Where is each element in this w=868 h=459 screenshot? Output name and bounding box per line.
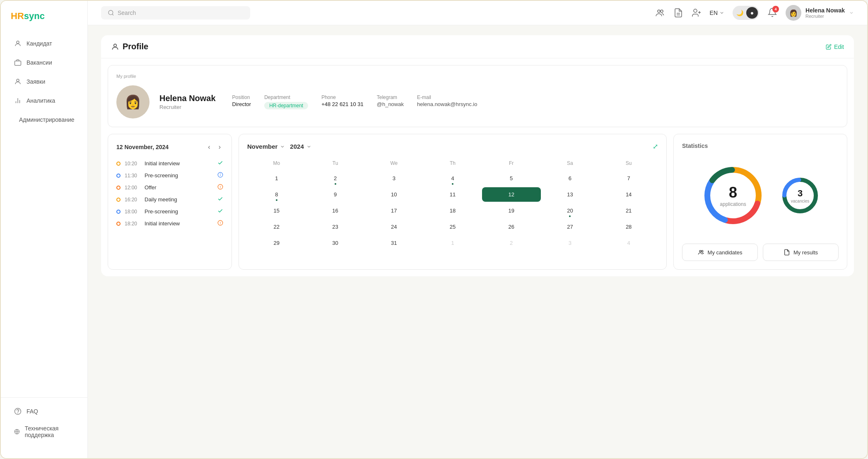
calendar-day[interactable]: 3 [364, 171, 423, 186]
schedule-date-title: 12 November, 2024 [116, 144, 169, 150]
calendar-day[interactable]: 28 [599, 220, 658, 234]
person-add-icon[interactable] [692, 8, 702, 18]
edit-label: Edit [834, 43, 844, 50]
theme-toggle[interactable]: 🌙 ● [733, 6, 759, 20]
my-results-button[interactable]: My results [763, 244, 839, 261]
lang-selector[interactable]: EN [710, 10, 724, 16]
people-icon[interactable] [655, 8, 665, 18]
search-box[interactable]: Search [101, 6, 250, 19]
calendar-day[interactable]: 15 [247, 203, 306, 218]
calendar-day[interactable]: 9 [306, 187, 365, 202]
calendar-day[interactable]: 18 [423, 203, 482, 218]
svg-point-22 [114, 44, 117, 47]
calendar-day[interactable]: 17 [364, 203, 423, 218]
user-info[interactable]: 👩 Helena Nowak Recruiter [786, 5, 854, 21]
lang-text: EN [710, 10, 718, 16]
sidebar-item-requests[interactable]: Заявки [4, 73, 84, 90]
calendar-day[interactable]: 26 [482, 220, 541, 234]
sidebar-item-support[interactable]: Техническая поддержка [4, 420, 84, 443]
schedule-item[interactable]: 16:20Daily meeting [116, 196, 223, 203]
calendar-day[interactable]: 29 [247, 236, 306, 250]
avatar: 👩 [786, 5, 801, 21]
month-selector[interactable]: November [247, 143, 285, 150]
notification-button[interactable]: 4 [767, 7, 777, 19]
calendar-day[interactable]: 4 [599, 236, 658, 250]
calendar-day[interactable]: 20 [541, 203, 600, 218]
calendar-day[interactable]: 22 [247, 220, 306, 234]
calendar-day[interactable]: 21 [599, 203, 658, 218]
calendar-day[interactable]: 3 [541, 236, 600, 250]
sidebar-item-candidates[interactable]: Кандидат [4, 35, 84, 52]
schedule-time: 12:00 [125, 185, 140, 191]
calendar-day[interactable]: 10 [364, 187, 423, 202]
calendar-day[interactable]: 31 [364, 236, 423, 250]
document-icon[interactable] [673, 8, 683, 18]
calendar-day[interactable]: 2 [306, 171, 365, 186]
month-chevron-icon [280, 144, 285, 149]
nav-menu: Кандидат Вакансии Заявки Аналитика [1, 35, 87, 394]
calendar-day[interactable]: 8 [247, 187, 306, 202]
schedule-item[interactable]: 18:20Initial interview [116, 220, 223, 227]
email-label: E-mail [417, 94, 477, 100]
notification-badge: 4 [772, 6, 779, 12]
calendar-day[interactable]: 27 [541, 220, 600, 234]
calendar-day[interactable]: 19 [482, 203, 541, 218]
schedule-status [217, 220, 223, 227]
sidebar-item-analytics[interactable]: Аналитика [4, 92, 84, 109]
logo[interactable]: HRsync [1, 11, 87, 35]
calendar-day[interactable]: 5 [482, 171, 541, 186]
year-selector[interactable]: 2024 [290, 143, 311, 150]
calendar-day[interactable]: 6 [541, 171, 600, 186]
main-area: Search EN 🌙 [88, 1, 867, 458]
calendar-day[interactable]: 2 [482, 236, 541, 250]
applications-count: 8 [720, 184, 746, 201]
calendar-dot [335, 183, 336, 185]
calendar-day[interactable]: 23 [306, 220, 365, 234]
calendar-day[interactable]: 12 [482, 187, 541, 202]
schedule-item[interactable]: 11:30Pre-screening [116, 172, 223, 179]
sidebar-item-faq[interactable]: FAQ [4, 403, 84, 420]
donut-center: 8 applications [720, 184, 746, 207]
telegram-label: Telegram [377, 94, 404, 100]
calendar-weekday: Th [423, 159, 482, 168]
schedule-item[interactable]: 10:20Initial interview [116, 160, 223, 167]
schedule-name: Pre-screening [145, 208, 213, 215]
schedule-name: Initial interview [145, 160, 213, 167]
calendar-day[interactable]: 24 [364, 220, 423, 234]
info-fields: Position Director Department HR-departme… [232, 94, 477, 109]
svg-line-14 [112, 14, 113, 15]
calendar-panel: November 2024 ⤢ [239, 134, 667, 270]
next-arrow[interactable]: › [216, 143, 223, 152]
calendar-dot [569, 215, 571, 217]
svg-point-15 [658, 10, 660, 12]
prev-arrow[interactable]: ‹ [205, 143, 212, 152]
schedule-dot [116, 198, 121, 202]
light-mode-btn[interactable]: 🌙 [734, 7, 745, 19]
schedule-status [217, 184, 223, 191]
schedule-time: 18:20 [125, 221, 140, 227]
calendar-day[interactable]: 25 [423, 220, 482, 234]
calendar-day[interactable]: 1 [423, 236, 482, 250]
calendar-day[interactable]: 14 [599, 187, 658, 202]
sidebar-item-admin[interactable]: Администрирование [4, 111, 84, 128]
dark-mode-btn[interactable]: ● [746, 7, 758, 19]
my-candidates-label: My candidates [708, 249, 743, 256]
schedule-status [217, 196, 223, 203]
donut-area: 8 applications 3 vacancies [682, 156, 839, 235]
expand-calendar-icon[interactable]: ⤢ [653, 143, 658, 150]
stats-buttons: My candidates My results [682, 244, 839, 261]
calendar-day[interactable]: 4 [423, 171, 482, 186]
calendar-day[interactable]: 11 [423, 187, 482, 202]
calendar-day[interactable]: 1 [247, 171, 306, 186]
results-icon [784, 249, 790, 256]
my-candidates-button[interactable]: My candidates [682, 244, 758, 261]
calendar-day[interactable]: 7 [599, 171, 658, 186]
calendar-day[interactable]: 13 [541, 187, 600, 202]
schedule-item[interactable]: 12:00Offer [116, 184, 223, 191]
calendar-day[interactable]: 30 [306, 236, 365, 250]
schedule-item[interactable]: 18:00Pre-screening [116, 208, 223, 215]
department-label: Department [264, 94, 308, 100]
calendar-day[interactable]: 16 [306, 203, 365, 218]
edit-button[interactable]: Edit [826, 43, 844, 50]
sidebar-item-vacancies[interactable]: Вакансии [4, 54, 84, 71]
